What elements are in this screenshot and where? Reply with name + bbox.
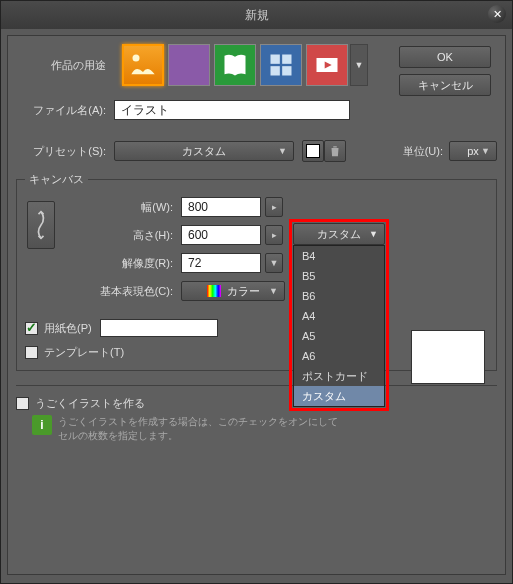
delete-preset-button[interactable] xyxy=(324,140,346,162)
preset-label: プリセット(S): xyxy=(16,144,106,159)
size-option-B5[interactable]: B5 xyxy=(294,266,384,286)
purpose-illustration-icon[interactable] xyxy=(122,44,164,86)
save-preset-button[interactable] xyxy=(302,140,324,162)
svg-rect-1 xyxy=(271,55,280,64)
size-preset-dropdown: カスタム▼ B4B5B6A4A5A6ポストカードカスタム xyxy=(293,223,385,407)
width-stepper[interactable]: ▸ xyxy=(265,197,283,217)
info-icon: i xyxy=(32,415,52,435)
unit-select[interactable]: px▼ xyxy=(449,141,497,161)
paper-color-swatch[interactable] xyxy=(100,319,218,337)
animation-label: うごくイラストを作る xyxy=(35,396,145,411)
size-option-A4[interactable]: A4 xyxy=(294,306,384,326)
svg-point-0 xyxy=(133,55,140,62)
color-swatch-icon xyxy=(207,285,221,297)
template-label: テンプレート(T) xyxy=(44,345,124,360)
cancel-button[interactable]: キャンセル xyxy=(399,74,491,96)
filename-label: ファイル名(A): xyxy=(16,103,106,118)
svg-rect-3 xyxy=(271,66,280,75)
purpose-animation-icon[interactable] xyxy=(306,44,348,86)
dialog-title: 新規 xyxy=(245,8,269,22)
size-option-B4[interactable]: B4 xyxy=(294,246,384,266)
titlebar: 新規 ✕ xyxy=(1,1,512,29)
template-checkbox[interactable] xyxy=(25,346,38,359)
resolution-stepper[interactable]: ▼ xyxy=(265,253,283,273)
width-label: 幅(W): xyxy=(73,200,173,215)
paper-color-checkbox[interactable] xyxy=(25,322,38,335)
paper-color-label: 用紙色(P) xyxy=(44,321,92,336)
size-preset-select[interactable]: カスタム▼ xyxy=(293,223,385,245)
purpose-label: 作品の用途 xyxy=(16,58,106,73)
size-option-B6[interactable]: B6 xyxy=(294,286,384,306)
svg-rect-2 xyxy=(282,55,291,64)
color-mode-select[interactable]: カラー▼ xyxy=(181,281,285,301)
purpose-more-button[interactable]: ▼ xyxy=(350,44,368,86)
canvas-preview xyxy=(411,330,485,384)
purpose-comic-icon[interactable] xyxy=(168,44,210,86)
svg-rect-4 xyxy=(282,66,291,75)
height-input[interactable] xyxy=(181,225,261,245)
canvas-legend: キャンバス xyxy=(25,172,88,187)
size-option-A5[interactable]: A5 xyxy=(294,326,384,346)
preset-select[interactable]: カスタム▼ xyxy=(114,141,294,161)
new-document-dialog: 新規 ✕ OK キャンセル 作品の用途 xyxy=(0,0,513,584)
height-label: 高さ(H): xyxy=(73,228,173,243)
unit-label: 単位(U): xyxy=(403,144,443,159)
resolution-label: 解像度(R): xyxy=(73,256,173,271)
purpose-print-icon[interactable] xyxy=(260,44,302,86)
animation-checkbox[interactable] xyxy=(16,397,29,410)
resolution-input[interactable] xyxy=(181,253,261,273)
ok-button[interactable]: OK xyxy=(399,46,491,68)
size-option-カスタム[interactable]: カスタム xyxy=(294,386,384,406)
close-button[interactable]: ✕ xyxy=(488,5,506,23)
filename-input[interactable] xyxy=(114,100,350,120)
size-option-A6[interactable]: A6 xyxy=(294,346,384,366)
purpose-book-icon[interactable] xyxy=(214,44,256,86)
base-color-label: 基本表現色(C): xyxy=(73,284,173,299)
orientation-button[interactable] xyxy=(27,201,55,249)
animation-note: うごくイラストを作成する場合は、このチェックをオンにして セルの枚数を指定します… xyxy=(58,415,338,443)
width-input[interactable] xyxy=(181,197,261,217)
height-stepper[interactable]: ▸ xyxy=(265,225,283,245)
size-option-ポストカード[interactable]: ポストカード xyxy=(294,366,384,386)
